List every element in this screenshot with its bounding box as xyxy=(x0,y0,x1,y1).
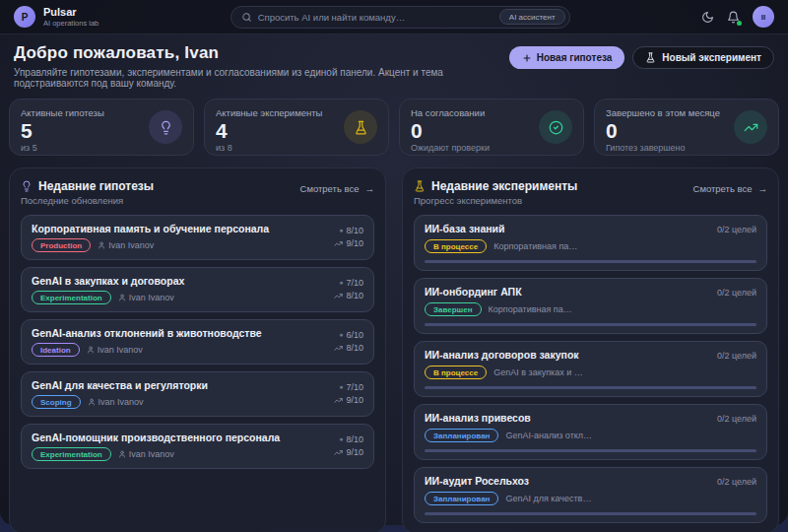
experiment-row[interactable]: ИИ-анализ привесов 0/2 целей Запланирова… xyxy=(414,404,767,460)
hypotheses-list: Корпоративная память и обучение персонал… xyxy=(21,215,374,469)
experiment-row[interactable]: ИИ-онбординг АПК 0/2 целей Завершен Корп… xyxy=(414,278,767,334)
hypothesis-scores: ●6/10 8/10 xyxy=(334,329,363,355)
recent-hypotheses-panel: Недавние гипотезы Последние обновления С… xyxy=(9,167,386,532)
trending-up-icon xyxy=(334,344,343,353)
experiment-desc: GenAI для качеств… xyxy=(505,494,591,503)
stage-badge: Experimentation xyxy=(32,291,111,304)
theme-toggle-button[interactable] xyxy=(701,11,714,24)
notifications-button[interactable] xyxy=(727,11,740,24)
lightbulb-icon xyxy=(21,180,33,192)
experiment-goals: 0/2 целей xyxy=(717,351,756,361)
ai-assistant-badge[interactable]: AI ассистент xyxy=(499,9,565,25)
panel-title: Недавние эксперименты xyxy=(431,179,577,193)
status-badge: Запланирован xyxy=(425,492,498,505)
stage-badge: Experimentation xyxy=(32,447,111,461)
stage-badge: Scoping xyxy=(32,395,81,409)
user-icon xyxy=(87,346,95,354)
experiments-list: ИИ-база знаний 0/2 целей В процессе Корп… xyxy=(414,215,767,523)
owner: Ivan Ivanov xyxy=(118,449,174,459)
user-icon xyxy=(118,450,126,458)
experiment-row[interactable]: ИИ-база знаний 0/2 целей В процессе Корп… xyxy=(414,215,767,271)
experiment-row[interactable]: ИИ-аудит Росельхоз 0/2 целей Запланирова… xyxy=(414,467,767,523)
lightbulb-icon xyxy=(149,110,182,144)
stage-badge: Ideation xyxy=(32,343,80,357)
hypothesis-row[interactable]: Корпоративная память и обучение персонал… xyxy=(21,215,374,260)
user-icon xyxy=(98,241,105,249)
stage-badge: Production xyxy=(32,238,91,252)
moon-icon xyxy=(701,11,714,24)
arrow-right-icon: → xyxy=(758,183,768,194)
hypothesis-scores: ●8/10 9/10 xyxy=(334,433,363,459)
dot-icon: ● xyxy=(339,434,343,444)
progress-bar xyxy=(425,260,756,263)
status-badge: Завершен xyxy=(425,302,482,316)
notification-dot xyxy=(737,21,742,26)
hypothesis-row[interactable]: GenAI-анализ отклонений в животноводстве… xyxy=(21,319,374,365)
experiment-desc: GenAI-анализ откл… xyxy=(505,431,592,440)
experiment-goals: 0/2 целей xyxy=(717,225,756,234)
user-avatar[interactable]: II xyxy=(753,6,774,28)
experiment-title: ИИ-база знаний xyxy=(425,223,709,234)
owner: Ivan Ivanov xyxy=(118,293,174,302)
dot-icon: ● xyxy=(339,330,343,340)
experiment-goals: 0/2 целей xyxy=(717,288,756,298)
flask-icon xyxy=(645,52,656,63)
hypothesis-scores: ●7/10 8/10 xyxy=(334,277,363,302)
new-experiment-button[interactable]: Новый эксперимент xyxy=(632,46,774,69)
hypothesis-scores: ●8/10 9/10 xyxy=(334,225,363,250)
welcome-section: Добро пожаловать, Ivan Управляйте гипоте… xyxy=(0,34,788,96)
flask-icon xyxy=(344,110,377,144)
hypothesis-scores: ●7/10 9/10 xyxy=(334,381,363,407)
progress-bar xyxy=(425,449,756,452)
arrow-right-icon: → xyxy=(365,183,375,194)
page-title: Добро пожаловать, Ivan xyxy=(14,43,509,63)
app-logo: P Pulsar AI operations lab xyxy=(14,6,98,28)
app-subtitle: AI operations lab xyxy=(43,19,98,28)
check-circle-icon xyxy=(539,110,572,144)
experiment-title: ИИ-анализ договоров закупок xyxy=(425,349,709,361)
new-hypothesis-button[interactable]: Новая гипотеза xyxy=(509,46,625,69)
view-all-experiments-link[interactable]: Смотреть все→ xyxy=(693,183,767,194)
trending-up-icon xyxy=(334,448,343,457)
trending-up-icon xyxy=(334,396,343,405)
experiment-goals: 0/2 целей xyxy=(717,414,756,424)
stat-card-active-hypotheses[interactable]: Активные гипотезы 5 из 5 xyxy=(9,99,194,156)
owner: Ivan Ivanov xyxy=(87,345,143,355)
top-bar: P Pulsar AI operations lab AI ассистент xyxy=(0,0,788,34)
view-all-hypotheses-link[interactable]: Смотреть все→ xyxy=(300,183,374,194)
hypothesis-title: GenAI-помощник производственного персона… xyxy=(32,432,334,443)
stat-card-completed-month[interactable]: Завершено в этом месяце 0 Гипотез заверш… xyxy=(594,99,779,156)
hypothesis-title: GenAI для качества и регуляторки xyxy=(32,379,334,391)
progress-bar xyxy=(425,323,756,326)
search-icon xyxy=(241,12,252,23)
owner: Ivan Ivanov xyxy=(88,397,144,407)
flask-icon xyxy=(414,180,426,192)
search-bar[interactable]: AI ассистент xyxy=(230,6,570,29)
experiment-title: ИИ-аудит Росельхоз xyxy=(425,475,709,487)
stats-row: Активные гипотезы 5 из 5 Активные экспер… xyxy=(0,96,788,156)
experiment-row[interactable]: ИИ-анализ договоров закупок 0/2 целей В … xyxy=(414,341,767,397)
hypothesis-row[interactable]: GenAI в закупках и договорах Experimenta… xyxy=(21,267,374,312)
plus-icon xyxy=(522,53,532,63)
experiment-desc: GenAI в закупках и … xyxy=(493,367,583,377)
stat-card-active-experiments[interactable]: Активные эксперименты 4 из 8 xyxy=(204,99,389,156)
experiment-desc: Корпоративная па… xyxy=(489,304,572,314)
dot-icon: ● xyxy=(339,278,343,288)
user-icon xyxy=(118,294,126,301)
page-subtitle: Управляйте гипотезами, экспериментами и … xyxy=(14,67,509,89)
experiment-goals: 0/2 целей xyxy=(717,477,756,487)
hypothesis-row[interactable]: GenAI-помощник производственного персона… xyxy=(21,424,374,469)
experiment-title: ИИ-онбординг АПК xyxy=(425,286,709,298)
hypothesis-title: GenAI-анализ отклонений в животноводстве xyxy=(32,327,334,339)
logo-icon: P xyxy=(14,6,35,28)
trending-up-icon xyxy=(334,292,343,300)
progress-bar xyxy=(425,386,756,389)
owner: Ivan Ivanov xyxy=(98,240,154,250)
status-badge: В процессе xyxy=(425,239,487,253)
experiment-desc: Корпоративная па… xyxy=(493,241,577,251)
status-badge: В процессе xyxy=(425,366,487,379)
search-input[interactable] xyxy=(258,12,493,23)
stat-card-pending-approval[interactable]: На согласовании 0 Ожидают проверки xyxy=(399,99,584,156)
hypothesis-row[interactable]: GenAI для качества и регуляторки Scoping… xyxy=(21,371,374,417)
experiment-title: ИИ-анализ привесов xyxy=(425,412,709,424)
